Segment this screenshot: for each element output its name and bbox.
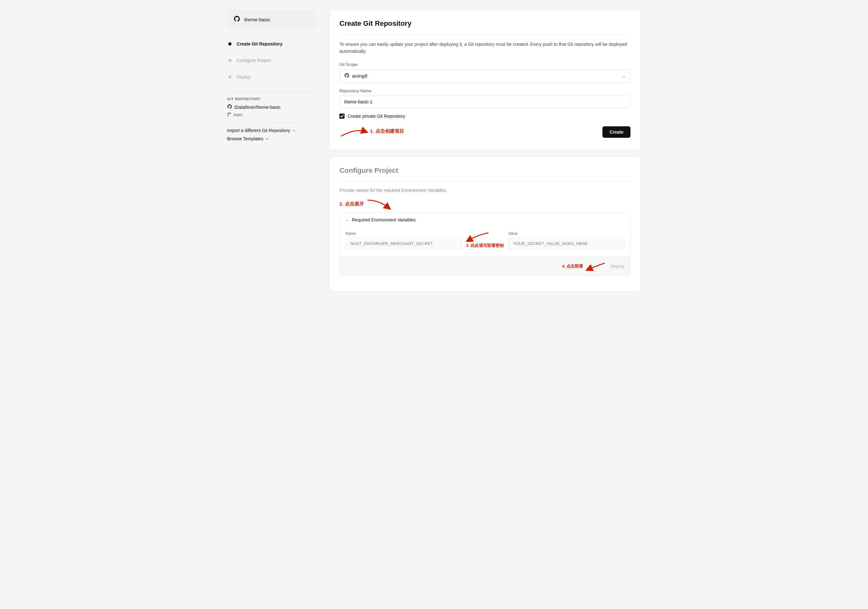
- repo-card[interactable]: theme-basic: [227, 9, 316, 29]
- github-icon: [233, 15, 240, 23]
- repo-name-input[interactable]: [339, 96, 631, 108]
- chevron-down-icon: ⌄: [622, 74, 626, 78]
- create-git-repo-card: Create Git Repository To ensure you can …: [329, 9, 641, 150]
- git-branch: main: [227, 112, 316, 117]
- annotation-3-block: 3. 此处填写部署密钥: [466, 231, 504, 252]
- create-git-repo-title: Create Git Repository: [339, 19, 631, 28]
- create-button[interactable]: Create: [603, 126, 631, 138]
- env-fields-row: Name: [346, 231, 625, 252]
- sidebar: theme-basic Create Git Repository Config…: [227, 9, 316, 291]
- configure-project-card: Configure Project Provide values for the…: [329, 156, 641, 291]
- env-value-group: Value: [508, 231, 625, 252]
- step-connector-1: [229, 49, 230, 56]
- step-2-dot: [228, 59, 231, 62]
- git-scope-label: Git Scope: [339, 62, 631, 67]
- configure-description: Provide values for the required Environm…: [339, 188, 631, 193]
- env-name-group: Name: [346, 231, 462, 252]
- browse-templates-link[interactable]: Browse Templates →: [227, 136, 316, 141]
- env-value-label: Value: [508, 231, 625, 236]
- deploy-row: 4. 点击部署 Deploy: [562, 261, 625, 271]
- step-3: Deploy: [227, 72, 316, 82]
- steps-list: Create Git Repository Configure Project …: [227, 39, 316, 82]
- annotation-4-arrow: [586, 261, 608, 271]
- create-form-actions: 1. 点击创建项目 Create: [339, 124, 631, 140]
- step-1-label: Create Git Repository: [237, 41, 282, 46]
- branch-icon: [227, 112, 231, 117]
- step-1: Create Git Repository: [227, 39, 316, 49]
- git-scope-value: arvingill: [352, 74, 622, 79]
- deploy-footer: 4. 点击部署 Deploy: [340, 257, 630, 275]
- step-connector-2: [229, 65, 230, 72]
- env-name-input[interactable]: [346, 238, 462, 249]
- sidebar-divider-2: [227, 122, 316, 123]
- private-repo-checkbox[interactable]: [339, 114, 344, 119]
- annotation-2-arrow: [366, 199, 391, 210]
- annotation-4-text: 4. 点击部署: [562, 263, 583, 269]
- step-2: Configure Project: [227, 56, 316, 65]
- annotation-2-text: 2. 点击展开: [339, 201, 364, 207]
- private-repo-label: Create private Git Repository: [348, 114, 405, 119]
- annotation-2-block: 2. 点击展开: [339, 199, 631, 210]
- git-repo-label: GIT REPOSITORY: [227, 97, 316, 101]
- deploy-button-label[interactable]: Deploy: [611, 264, 625, 269]
- env-vars-header[interactable]: ⌄ Required Environment Variables: [340, 213, 630, 227]
- step-1-dot: [228, 42, 231, 45]
- repo-name-label: Repository Name: [339, 88, 631, 93]
- repo-card-name: theme-basic: [244, 17, 270, 22]
- git-scope-select[interactable]: arvingill ⌄: [339, 70, 631, 83]
- env-vars-chevron-icon: ⌄: [346, 218, 349, 222]
- main-content: Create Git Repository To ensure you can …: [329, 9, 641, 291]
- step-3-label: Deploy: [237, 74, 251, 80]
- env-vars-body: Name: [340, 231, 630, 257]
- git-repo-name: iDataRiver/theme-basic: [227, 104, 316, 110]
- env-name-label: Name: [346, 231, 462, 236]
- step-3-dot: [228, 76, 231, 79]
- annotation-3-arrow: [466, 231, 491, 243]
- create-git-repo-description: To ensure you can easily update your pro…: [339, 41, 631, 55]
- svg-point-0: [228, 113, 229, 114]
- github-small-icon: [227, 104, 232, 110]
- annotation-1-block: 1. 点击创建项目: [339, 125, 404, 138]
- repo-name-group: Repository Name: [339, 88, 631, 108]
- git-repo-section: GIT REPOSITORY iDataRiver/theme-basic: [227, 97, 316, 117]
- env-vars-section: ⌄ Required Environment Variables Name: [339, 213, 631, 276]
- configure-project-title: Configure Project: [339, 166, 631, 175]
- create-card-divider: [339, 34, 631, 34]
- env-value-input[interactable]: [508, 238, 625, 249]
- step-2-label: Configure Project: [237, 58, 271, 63]
- branch-name: main: [233, 112, 242, 117]
- git-scope-github-icon: [344, 73, 349, 79]
- configure-card-divider: [339, 181, 631, 181]
- env-vars-header-text: Required Environment Variables: [352, 217, 416, 223]
- import-git-link[interactable]: Import a different Git Repository →: [227, 128, 316, 133]
- annotation-1-text: 1. 点击创建项目: [370, 128, 404, 134]
- annotation-1-arrow: [339, 125, 368, 138]
- svg-point-1: [228, 115, 229, 116]
- git-scope-group: Git Scope arvingill ⌄: [339, 62, 631, 83]
- annotation-3-text: 3. 此处填写部署密钥: [466, 243, 504, 249]
- git-repo-full-name: iDataRiver/theme-basic: [234, 105, 281, 110]
- private-repo-checkbox-row: Create private Git Repository: [339, 114, 631, 119]
